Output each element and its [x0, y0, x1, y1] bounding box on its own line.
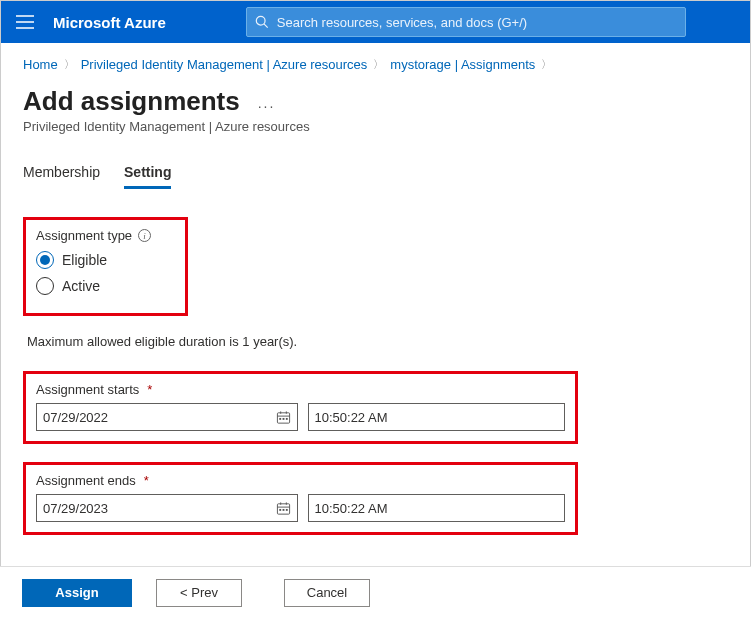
starts-date-value: 07/29/2022 — [43, 410, 276, 425]
assign-button[interactable]: Assign — [22, 579, 132, 607]
assignment-type-label-text: Assignment type — [36, 228, 132, 243]
svg-rect-6 — [279, 417, 281, 419]
search-input[interactable] — [277, 15, 677, 30]
radio-active-indicator — [36, 277, 54, 295]
svg-rect-7 — [282, 417, 284, 419]
prev-button[interactable]: < Prev — [156, 579, 242, 607]
content-area: Home 〉 Privileged Identity Management | … — [1, 43, 750, 565]
breadcrumb-pim[interactable]: Privileged Identity Management | Azure r… — [81, 57, 368, 72]
chevron-right-icon: 〉 — [539, 57, 554, 72]
radio-active[interactable]: Active — [36, 277, 175, 295]
ends-time-value: 10:50:22 AM — [315, 501, 559, 516]
assignment-starts-label: Assignment starts* — [36, 382, 565, 397]
breadcrumb-assignments[interactable]: mystorage | Assignments — [390, 57, 535, 72]
footer-bar: Assign < Prev Cancel — [0, 566, 751, 618]
radio-eligible-label: Eligible — [62, 252, 107, 268]
tab-setting[interactable]: Setting — [124, 158, 171, 189]
breadcrumb: Home 〉 Privileged Identity Management | … — [23, 57, 728, 72]
assignment-ends-label-text: Assignment ends — [36, 473, 136, 488]
topbar: Microsoft Azure — [1, 1, 750, 43]
hamburger-icon — [16, 15, 34, 29]
tab-membership[interactable]: Membership — [23, 158, 100, 189]
assignment-type-group: Assignment type i Eligible Active — [23, 217, 188, 316]
duration-note: Maximum allowed eligible duration is 1 y… — [27, 334, 728, 349]
cancel-button[interactable]: Cancel — [284, 579, 370, 607]
brand-label: Microsoft Azure — [53, 14, 166, 31]
tabs: Membership Setting — [23, 158, 728, 189]
assignment-starts-label-text: Assignment starts — [36, 382, 139, 397]
svg-line-1 — [264, 24, 268, 28]
assignment-starts-group: Assignment starts* 07/29/2022 10:50:22 A… — [23, 371, 578, 444]
ends-date-value: 07/29/2023 — [43, 501, 276, 516]
ends-date-input[interactable]: 07/29/2023 — [36, 494, 298, 522]
page-subtitle: Privileged Identity Management | Azure r… — [23, 119, 728, 134]
radio-eligible[interactable]: Eligible — [36, 251, 175, 269]
radio-active-label: Active — [62, 278, 100, 294]
starts-time-value: 10:50:22 AM — [315, 410, 559, 425]
info-icon[interactable]: i — [138, 229, 151, 242]
svg-point-0 — [256, 16, 265, 25]
chevron-right-icon: 〉 — [62, 57, 77, 72]
page-title: Add assignments — [23, 86, 240, 117]
starts-time-input[interactable]: 10:50:22 AM — [308, 403, 566, 431]
search-icon — [255, 15, 269, 29]
calendar-icon — [276, 410, 291, 425]
global-search[interactable] — [246, 7, 686, 37]
assignment-type-label: Assignment type i — [36, 228, 175, 243]
more-actions-button[interactable]: ··· — [258, 98, 276, 114]
svg-rect-15 — [285, 508, 287, 510]
calendar-icon — [276, 501, 291, 516]
assignment-ends-group: Assignment ends* 07/29/2023 10:50:22 AM — [23, 462, 578, 535]
assignment-ends-label: Assignment ends* — [36, 473, 565, 488]
svg-rect-8 — [285, 417, 287, 419]
breadcrumb-home[interactable]: Home — [23, 57, 58, 72]
svg-rect-13 — [279, 508, 281, 510]
radio-eligible-indicator — [36, 251, 54, 269]
ends-time-input[interactable]: 10:50:22 AM — [308, 494, 566, 522]
hamburger-menu[interactable] — [5, 2, 45, 42]
starts-date-input[interactable]: 07/29/2022 — [36, 403, 298, 431]
svg-rect-14 — [282, 508, 284, 510]
chevron-right-icon: 〉 — [371, 57, 386, 72]
